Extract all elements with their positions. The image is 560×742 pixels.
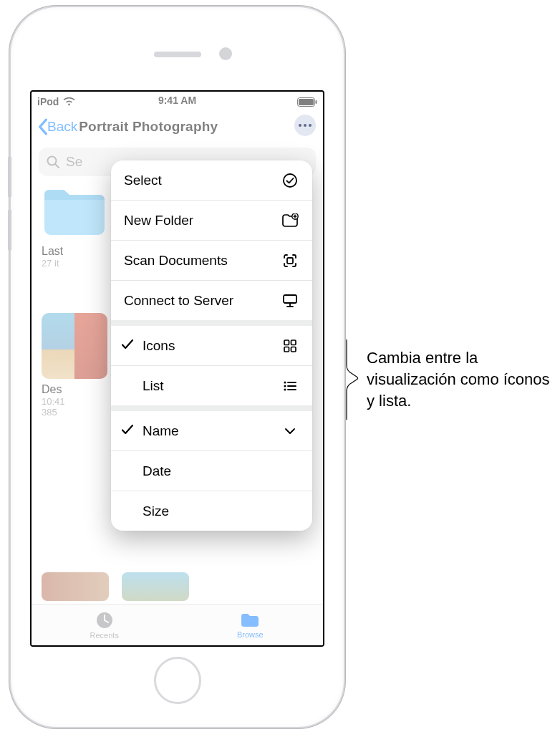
select-icon <box>281 173 299 188</box>
menu-item-view-list[interactable]: List <box>111 366 312 405</box>
speaker-grille <box>154 52 201 57</box>
svg-rect-7 <box>287 258 293 264</box>
menu-item-sort-date[interactable]: Date <box>111 451 312 491</box>
menu-item-scan-documents[interactable]: Scan Documents <box>111 241 312 280</box>
menu-item-sort-size[interactable]: Size <box>111 491 312 531</box>
screen: iPod 9:41 AM Back Portrait Photography <box>30 90 324 647</box>
callout-bracket-icon <box>345 338 359 421</box>
svg-rect-9 <box>284 340 289 345</box>
home-button[interactable] <box>154 657 201 704</box>
svg-rect-10 <box>291 340 296 345</box>
scan-icon <box>281 253 299 269</box>
server-icon <box>281 294 299 308</box>
svg-point-13 <box>284 381 286 383</box>
checkmark-icon <box>121 423 134 439</box>
context-menu: Select New Folder Scan Documents <box>111 160 312 531</box>
svg-rect-8 <box>284 295 296 303</box>
menu-item-view-icons[interactable]: Icons <box>111 326 312 365</box>
svg-point-15 <box>284 388 286 390</box>
more-button[interactable] <box>294 115 316 136</box>
new-folder-icon <box>281 213 299 228</box>
menu-item-connect-server[interactable]: Connect to Server <box>111 281 312 320</box>
volume-up-button <box>8 156 11 198</box>
menu-item-new-folder[interactable]: New Folder <box>111 201 312 240</box>
list-icon <box>281 380 299 392</box>
menu-item-select[interactable]: Select <box>111 160 312 200</box>
svg-rect-12 <box>291 347 296 352</box>
chevron-down-icon <box>281 428 299 435</box>
ellipsis-icon <box>299 124 312 127</box>
callout-text: Cambia entre la visualización como ícono… <box>367 347 560 411</box>
callout: Cambia entre la visualización como ícono… <box>345 338 560 421</box>
grid-icon <box>281 339 299 353</box>
front-camera <box>219 47 232 60</box>
device-frame: iPod 9:41 AM Back Portrait Photography <box>11 7 344 727</box>
svg-rect-11 <box>284 347 289 352</box>
checkmark-icon <box>121 338 134 354</box>
menu-item-sort-name[interactable]: Name <box>111 411 312 450</box>
svg-point-14 <box>284 385 286 387</box>
volume-down-button <box>8 209 11 251</box>
svg-point-5 <box>284 174 296 187</box>
